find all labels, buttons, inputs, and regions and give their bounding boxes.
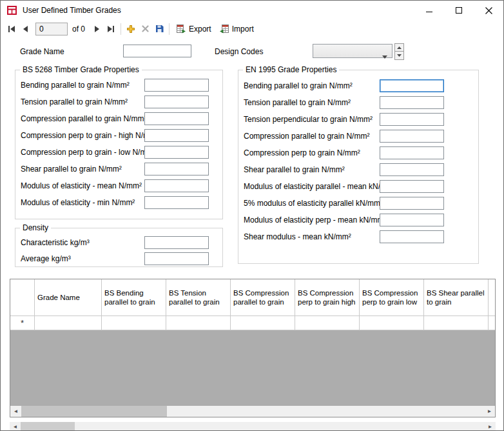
scroll-left-icon: ◄: [13, 425, 18, 430]
grid-new-row[interactable]: *: [10, 316, 495, 330]
bs-shear-input[interactable]: [144, 163, 209, 175]
bs-compression-input[interactable]: [144, 112, 209, 125]
grid-cell[interactable]: [231, 316, 295, 330]
spinner-down-button[interactable]: [394, 52, 404, 60]
titlebar: User Defined Timber Grades: [1, 1, 503, 20]
move-next-button[interactable]: [90, 22, 104, 36]
density-average-input[interactable]: [144, 252, 209, 265]
chevron-down-icon: [382, 50, 387, 61]
minimize-button[interactable]: [414, 1, 444, 20]
bs-compression-perp-low-input[interactable]: [144, 146, 209, 159]
close-button[interactable]: [474, 1, 503, 20]
col-header-bs-shear[interactable]: BS Shear parallel to grain: [424, 279, 489, 316]
save-button[interactable]: [152, 22, 166, 36]
col-header-bs-compression-perp-low[interactable]: BS Compression perp to grain low: [360, 279, 424, 316]
bs-moe-mean-input[interactable]: [144, 179, 209, 192]
en-compression-perp-input[interactable]: [380, 146, 444, 159]
en-moe-5pct-input[interactable]: [380, 197, 444, 210]
bs-5268-group: BS 5268 Timber Grade Properties Bending …: [15, 70, 223, 219]
en-moe-perp-mean-input[interactable]: [380, 214, 444, 226]
en-group-title: EN 1995 Grade Properties: [243, 65, 339, 74]
grid-cell[interactable]: [35, 316, 102, 330]
scroll-right-button[interactable]: ►: [485, 422, 496, 431]
move-previous-button[interactable]: [19, 22, 33, 36]
bs-moe-min-input[interactable]: [144, 196, 209, 209]
import-label: Import: [232, 25, 254, 34]
maximize-button[interactable]: [444, 1, 474, 20]
density-group-title: Density: [20, 223, 51, 232]
grid-header-row: Grade Name BS Bending parallel to grain …: [10, 279, 495, 316]
bs-bending-input[interactable]: [144, 79, 209, 92]
export-label: Export: [189, 25, 211, 34]
form-hscrollbar[interactable]: ◄ ►: [10, 422, 496, 431]
grid-corner-cell: [10, 279, 35, 316]
col-header-bs-bending[interactable]: BS Bending parallel to grain: [102, 279, 166, 316]
density-group: Density Characteristic kg/m³ Average kg/…: [15, 228, 223, 267]
design-codes-label: Design Codes: [215, 47, 263, 56]
app-window: User Defined Timber Grades of 0: [0, 0, 504, 431]
en-1995-group: EN 1995 Grade Properties Bending paralle…: [238, 70, 479, 264]
density-characteristic-input[interactable]: [144, 236, 209, 249]
en-shear-modulus-input[interactable]: [380, 230, 444, 243]
toolbar-separator: [121, 23, 121, 35]
scroll-right-icon: ►: [488, 425, 493, 430]
position-input[interactable]: [35, 23, 68, 35]
grid-empty-area: [10, 330, 495, 406]
grid-cell[interactable]: [102, 316, 166, 330]
col-header-bs-compression[interactable]: BS Compression parallel to grain: [231, 279, 295, 316]
scroll-left-button[interactable]: ◄: [10, 422, 21, 431]
grid-cell[interactable]: [295, 316, 360, 330]
en-compression-input[interactable]: [380, 130, 444, 143]
new-row-marker[interactable]: *: [10, 316, 35, 330]
bs-tension-input[interactable]: [144, 95, 209, 108]
scroll-right-icon: ►: [487, 409, 492, 414]
col-header-bs-compression-perp-high[interactable]: BS Compression perp to grain high: [295, 279, 360, 316]
spinner-up-button[interactable]: [394, 43, 404, 52]
export-icon: [176, 24, 186, 34]
col-header-grade-name[interactable]: Grade Name: [35, 279, 102, 316]
design-codes-spinner: [394, 43, 404, 60]
move-last-button[interactable]: [104, 22, 118, 36]
en-bending-input[interactable]: [380, 79, 444, 92]
delete-button[interactable]: [138, 22, 152, 36]
add-new-button[interactable]: [124, 22, 138, 36]
grid-hscrollbar[interactable]: ◄ ►: [10, 406, 495, 417]
binding-navigator-toolbar: of 0: [1, 20, 503, 37]
scrollbar-thumb[interactable]: [21, 406, 167, 417]
grade-name-label: Grade Name: [20, 47, 64, 56]
grid-cell[interactable]: [489, 316, 495, 330]
timber-grades-grid[interactable]: Grade Name BS Bending parallel to grain …: [10, 279, 496, 417]
grid-cell[interactable]: [166, 316, 231, 330]
grid-cell[interactable]: [424, 316, 489, 330]
toolbar-separator: [169, 23, 170, 35]
scroll-right-button[interactable]: ►: [484, 406, 495, 417]
scrollbar-thumb[interactable]: [21, 422, 75, 431]
grid-cell[interactable]: [360, 316, 424, 330]
scrollbar-track[interactable]: [21, 406, 484, 417]
en-tension-perp-input[interactable]: [380, 113, 444, 126]
window-controls: [414, 1, 503, 20]
col-header-bs-tension[interactable]: BS Tension parallel to grain: [166, 279, 231, 316]
en-moe-parallel-mean-input[interactable]: [380, 180, 444, 193]
bs-compression-perp-high-input[interactable]: [144, 129, 209, 142]
design-codes-select[interactable]: [313, 44, 393, 58]
import-button[interactable]: Import: [215, 23, 258, 35]
export-button[interactable]: Export: [172, 23, 215, 35]
scroll-left-icon: ◄: [14, 409, 19, 414]
en-tension-input[interactable]: [380, 96, 444, 109]
app-icon: [7, 5, 17, 15]
move-first-button[interactable]: [5, 22, 19, 36]
en-shear-input[interactable]: [380, 163, 444, 176]
scroll-left-button[interactable]: ◄: [10, 406, 21, 417]
import-icon: [219, 24, 229, 34]
col-header-partial: [489, 279, 495, 316]
scrollbar-track[interactable]: [21, 422, 485, 431]
record-count-label: of 0: [72, 25, 85, 34]
window-title: User Defined Timber Grades: [23, 6, 121, 15]
bs-group-title: BS 5268 Timber Grade Properties: [20, 65, 142, 74]
grade-name-input[interactable]: [123, 45, 191, 57]
